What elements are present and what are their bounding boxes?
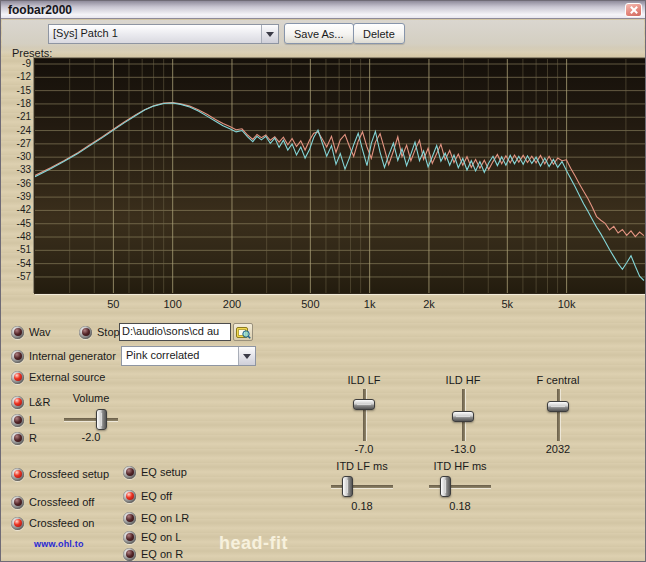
led-off-icon [123, 512, 136, 525]
y-axis-tick-label: -18 [4, 98, 31, 109]
generator-value: Pink correlated [122, 347, 238, 365]
radio-label: EQ on R [141, 548, 183, 560]
volume-value: -2.0 [51, 431, 131, 443]
volume-slider-track[interactable] [64, 418, 118, 421]
itd-hf-ms-slider-thumb[interactable] [440, 476, 451, 497]
ohl-link[interactable]: www.ohl.to [34, 539, 84, 549]
ild-hf-slider-thumb[interactable] [452, 411, 474, 422]
browse-button[interactable] [233, 323, 253, 341]
chevron-down-icon[interactable] [238, 347, 255, 365]
frequency-response-chart [34, 58, 646, 294]
ild-lf-value: -7.0 [332, 443, 396, 455]
y-axis-tick-label: -57 [4, 271, 31, 282]
y-axis-tick-label: -30 [4, 151, 31, 162]
window-title: foobar2000 [8, 3, 72, 17]
radio-eq-setup[interactable]: EQ setup [123, 465, 187, 479]
itd-hf-ms-label: ITD HF ms [420, 460, 500, 472]
radio-external-source[interactable]: External source [11, 370, 105, 384]
foobar2000-window: foobar2000 Presets: [Sys] Patch 1 Save A… [0, 0, 646, 562]
x-axis-tick-label: 50 [96, 298, 130, 310]
radio-eq-off[interactable]: EQ off [123, 489, 172, 503]
led-off-icon [123, 466, 136, 479]
radio-label: Crossfeed on [29, 517, 94, 529]
radio-label: EQ on LR [141, 512, 189, 524]
ild-hf-label: ILD HF [431, 374, 495, 386]
itd-lf-ms-value: 0.18 [322, 500, 402, 512]
x-axis-tick-label: 2k [412, 298, 446, 310]
radio-label: L [29, 414, 35, 426]
itd-lf-ms-slider-thumb[interactable] [342, 476, 353, 497]
x-axis-tick-label: 500 [293, 298, 327, 310]
ild-lf-slider-thumb[interactable] [353, 399, 375, 410]
led-on-icon [11, 371, 24, 384]
y-axis-tick-label: -27 [4, 138, 31, 149]
ild-lf-slider-track[interactable] [363, 389, 366, 441]
radio-label: R [29, 432, 37, 444]
itd-hf-ms-value: 0.18 [420, 500, 500, 512]
radio-stop[interactable]: Stop [79, 325, 120, 339]
radio-label: Crossfeed off [29, 496, 94, 508]
itd-lf-ms-slider-track[interactable] [331, 485, 393, 488]
x-axis-tick-label: 100 [156, 298, 190, 310]
radio-label: Stop [97, 326, 120, 338]
radio-eq-on-r[interactable]: EQ on R [123, 547, 183, 561]
y-axis-tick-label: -54 [4, 258, 31, 269]
file-path-input[interactable]: D:\audio\sons\cd au [119, 323, 231, 341]
led-off-icon [123, 531, 136, 544]
y-axis-tick-label: -36 [4, 178, 31, 189]
radio-label: L&R [29, 396, 50, 408]
radio-crossfeed-on[interactable]: Crossfeed on [11, 516, 94, 530]
ild-hf-value: -13.0 [431, 443, 495, 455]
radio-label: EQ setup [141, 466, 187, 478]
led-on-icon [11, 396, 24, 409]
y-axis-tick-label: -21 [4, 111, 31, 122]
f-central-slider-track[interactable] [557, 389, 560, 441]
y-axis-tick-label: -9 [4, 58, 31, 69]
led-off-icon [11, 414, 24, 427]
radio-label: Internal generator [29, 350, 116, 362]
x-axis-tick-label: 1k [353, 298, 387, 310]
save-as-button[interactable]: Save As... [284, 23, 354, 44]
radio-label: Crossfeed setup [29, 468, 109, 480]
led-on-icon [11, 517, 24, 530]
preset-combobox[interactable]: [Sys] Patch 1 [48, 24, 279, 44]
led-on-icon [11, 468, 24, 481]
y-axis-tick-label: -39 [4, 191, 31, 202]
itd-hf-ms-slider-track[interactable] [429, 485, 491, 488]
title-bar[interactable]: foobar2000 [1, 1, 645, 19]
radio-label: Wav [29, 326, 51, 338]
led-off-icon [11, 326, 24, 339]
radio-label: External source [29, 371, 105, 383]
y-axis-tick-label: -51 [4, 244, 31, 255]
chart-canvas [35, 59, 645, 293]
y-axis-tick-label: -48 [4, 231, 31, 242]
x-axis-tick-label: 5k [490, 298, 524, 310]
led-off-icon [79, 326, 92, 339]
f-central-value: 2032 [526, 443, 590, 455]
led-on-icon [123, 490, 136, 503]
volume-slider-thumb[interactable] [96, 409, 107, 430]
chevron-down-icon[interactable] [261, 25, 278, 43]
radio-crossfeed-setup[interactable]: Crossfeed setup [11, 467, 109, 481]
radio-eq-on-lr[interactable]: EQ on LR [123, 511, 189, 525]
f-central-slider-thumb[interactable] [547, 401, 569, 412]
y-axis-tick-label: -33 [4, 164, 31, 175]
radio-l-r[interactable]: L&R [11, 395, 50, 409]
led-off-icon [11, 432, 24, 445]
itd-lf-ms-label: ITD LF ms [322, 460, 402, 472]
y-axis-tick-label: -45 [4, 218, 31, 229]
radio-wav[interactable]: Wav [11, 325, 51, 339]
x-axis-tick-label: 200 [215, 298, 249, 310]
y-axis-tick-label: -12 [4, 71, 31, 82]
close-button[interactable] [625, 3, 642, 17]
radio-internal-generator[interactable]: Internal generator [11, 349, 116, 363]
radio-crossfeed-off[interactable]: Crossfeed off [11, 495, 94, 509]
radio-r[interactable]: R [11, 431, 37, 445]
led-off-icon [11, 496, 24, 509]
volume-label: Volume [51, 392, 131, 404]
generator-combobox[interactable]: Pink correlated [121, 346, 256, 366]
radio-l[interactable]: L [11, 413, 35, 427]
delete-button[interactable]: Delete [353, 23, 405, 44]
radio-eq-on-l[interactable]: EQ on L [123, 530, 181, 544]
ild-lf-label: ILD LF [332, 374, 396, 386]
